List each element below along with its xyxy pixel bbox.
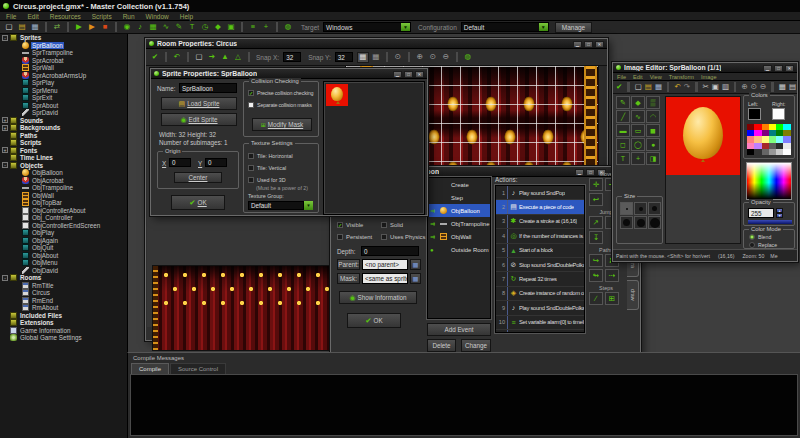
parent-picker-icon[interactable]: ▦ — [410, 259, 421, 270]
tree-item[interactable]: ObjMenu — [0, 259, 127, 267]
menu-item[interactable]: Run — [123, 13, 135, 20]
expand-toggle-icon[interactable] — [14, 252, 20, 258]
action-row[interactable]: 6 ⊘ Stop sound SndDoublePolka — [496, 258, 584, 272]
action-row[interactable]: 11 ▼ End of a block — [496, 330, 584, 333]
menu-item[interactable]: File — [617, 74, 626, 80]
maximize-icon[interactable]: □ — [774, 65, 783, 72]
editor-toolbar-icon[interactable]: ▤ — [788, 82, 797, 93]
room-toolbar-icon[interactable] — [165, 52, 167, 62]
expand-toggle-icon[interactable] — [14, 222, 20, 228]
filled-ellipse-icon[interactable]: ● — [646, 138, 660, 151]
event-row[interactable]: ⇉ ObjTrampoline — [428, 217, 490, 230]
sprite-name-field[interactable]: SprBalloon — [179, 83, 237, 93]
tree-item[interactable]: RmAbout — [0, 304, 127, 312]
tree-item[interactable]: Scripts — [0, 139, 127, 147]
tree-item[interactable]: ObjDavid — [0, 267, 127, 275]
chevron-down-icon[interactable]: ▼ — [401, 23, 410, 31]
editor-toolbar-icon[interactable]: ▢ — [634, 82, 643, 93]
editor-toolbar-icon[interactable]: ▦ — [778, 82, 787, 93]
expand-toggle-icon[interactable] — [2, 155, 8, 161]
create-path-icon[interactable]: ∿ — [160, 22, 172, 33]
tree-item[interactable]: SprAcrobatArmsUp — [0, 72, 127, 80]
menu-item[interactable]: Edit — [27, 13, 38, 20]
tree-item[interactable]: ObjAcrobat — [0, 177, 127, 185]
origin-x-field[interactable]: 0 — [169, 158, 191, 167]
used-for-3d-checkbox[interactable]: Used for 3D — [248, 177, 286, 183]
menu-item[interactable]: File — [6, 13, 16, 20]
room-toolbar-icon[interactable]: △ — [232, 52, 244, 63]
export-icon[interactable]: ⇄ — [51, 22, 63, 33]
editor-toolbar-icon[interactable] — [695, 82, 697, 92]
brush-size-6[interactable] — [648, 216, 661, 229]
expand-toggle-icon[interactable] — [2, 132, 8, 138]
sprite-thumbnail[interactable] — [326, 84, 348, 106]
ellipse-icon[interactable]: ◯ — [631, 138, 645, 151]
toolbar-separator[interactable] — [115, 22, 117, 32]
path-position-icon[interactable]: ↬ — [589, 269, 603, 282]
freehand-icon[interactable]: ∿ — [631, 110, 645, 123]
tree-item[interactable]: RmTitle — [0, 282, 127, 290]
expand-toggle-icon[interactable] — [14, 57, 20, 63]
event-row[interactable]: ● Outside Room — [428, 243, 490, 256]
app-titlebar[interactable]: Circus.project.gmx* - Master Collection … — [0, 0, 800, 12]
path-speed-icon[interactable]: ⇢ — [605, 269, 619, 282]
tile-vertical-checkbox[interactable]: Tile: Vertical — [248, 165, 286, 171]
expand-toggle-icon[interactable] — [14, 245, 20, 251]
eyedropper-icon[interactable]: ╱ — [616, 110, 630, 123]
origin-y-field[interactable]: 0 — [205, 158, 227, 167]
expand-toggle-icon[interactable] — [14, 50, 20, 56]
tree-item[interactable]: - Rooms — [0, 274, 127, 282]
pencil-icon[interactable]: ✎ — [616, 96, 630, 109]
tree-item[interactable]: ObjWall — [0, 192, 127, 200]
room-background-preview[interactable] — [152, 265, 340, 351]
expand-toggle-icon[interactable] — [14, 207, 20, 213]
menu-item[interactable]: Transform — [669, 74, 694, 80]
center-button[interactable]: Center — [174, 172, 222, 183]
add-icon[interactable]: + — [260, 22, 272, 33]
run-icon[interactable]: ▶ — [73, 22, 85, 33]
texture-group-dropdown[interactable]: Default — [248, 201, 304, 210]
expand-toggle-icon[interactable] — [14, 215, 20, 221]
text-icon[interactable]: T — [616, 152, 630, 165]
tree-item[interactable]: Extensions — [0, 319, 127, 327]
editor-toolbar-icon[interactable]: ✂ — [702, 82, 710, 93]
load-sprite-button[interactable]: ▤ Load Sprite — [161, 97, 237, 110]
expand-toggle-icon[interactable]: + — [2, 147, 8, 153]
path-start-icon[interactable]: ↪ — [589, 254, 603, 267]
compile-console[interactable] — [130, 374, 798, 436]
room-toolbar-icon[interactable]: ▲ — [219, 52, 231, 63]
create-room-icon[interactable]: ▣ — [225, 22, 237, 33]
expand-toggle-icon[interactable]: - — [2, 162, 8, 168]
toolbar-separator[interactable] — [276, 22, 278, 32]
tree-item[interactable]: Obj_Controller — [0, 214, 127, 222]
expand-toggle-icon[interactable] — [2, 320, 8, 326]
mask-field[interactable]: <same as sprite> — [362, 273, 408, 284]
room-toolbar-icon[interactable] — [386, 52, 388, 62]
room-toolbar-icon[interactable] — [187, 52, 189, 62]
expand-toggle-icon[interactable] — [14, 80, 20, 86]
expand-toggle-icon[interactable] — [14, 170, 20, 176]
instances-icon[interactable]: ≡ — [247, 22, 259, 33]
brush-size-5[interactable] — [634, 216, 647, 229]
action-row[interactable]: 3 ✱ Create a stroke at (16,16) — [496, 215, 584, 229]
target-dropdown[interactable]: Windows ▼ — [323, 22, 411, 32]
room-toolbar-icon[interactable]: ⊙ — [392, 52, 404, 63]
menu-item[interactable]: Help — [180, 13, 193, 20]
expand-toggle-icon[interactable]: + — [2, 125, 8, 131]
tree-item[interactable]: ObjControllerEndScreen — [0, 222, 127, 230]
toolbar-separator[interactable] — [45, 22, 47, 32]
parent-button[interactable]: Parent: — [337, 259, 360, 270]
expand-toggle-icon[interactable] — [2, 327, 8, 333]
new-file-icon[interactable]: ▢ — [3, 22, 15, 33]
tree-item[interactable]: + Sounds — [0, 117, 127, 125]
tree-item[interactable]: Game Information — [0, 327, 127, 335]
close-icon[interactable]: ✕ — [595, 41, 604, 48]
action-row[interactable]: 9 ♪ Play sound SndDoublePolka — [496, 301, 584, 315]
maximize-icon[interactable]: □ — [584, 41, 593, 48]
expand-toggle-icon[interactable] — [14, 42, 20, 48]
menu-item[interactable]: Resources — [50, 13, 81, 20]
right-color-swatch[interactable] — [772, 108, 785, 120]
persistent-checkbox[interactable]: Persistent — [337, 234, 372, 240]
tree-item[interactable]: Global Game Settings — [0, 334, 127, 342]
gradient-icon[interactable]: ◨ — [646, 152, 660, 165]
